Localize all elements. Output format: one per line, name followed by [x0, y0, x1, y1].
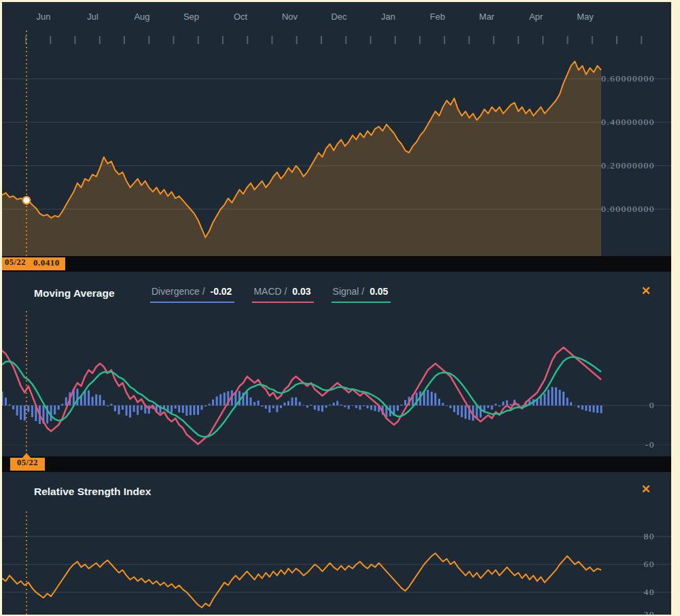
rsi-line	[2, 554, 601, 608]
month-label: Mar	[467, 12, 507, 22]
month-label: Sep	[171, 12, 212, 22]
legend-label: Divergence /	[151, 286, 205, 297]
macd-panel-header: Moving Average Divergence / -0.02 MACD /…	[2, 279, 671, 313]
month-label: Jul	[73, 12, 113, 22]
legend-label: MACD /	[253, 286, 287, 297]
macd-legend: Divergence / -0.02 MACD / 0.03 Signal / …	[150, 285, 391, 303]
rsi-panel-header: Relative Strength Index ✕	[2, 477, 671, 511]
month-axis: JunJulAugSepOctNovDecJanFebMarAprMay	[2, 2, 671, 29]
month-label: Jan	[368, 12, 409, 22]
month-label: Jun	[23, 12, 64, 22]
month-label: Feb	[417, 12, 458, 22]
month-label: Oct	[220, 12, 261, 22]
legend-value: -0.02	[210, 286, 232, 297]
crosshair[interactable]	[23, 31, 31, 615]
month-label: Aug	[122, 12, 162, 22]
macd-line	[2, 348, 601, 445]
legend-value: 0.03	[292, 286, 310, 297]
month-ticks	[26, 36, 641, 44]
crosshair-date-flag: 05/22	[10, 458, 45, 471]
price-series	[2, 61, 601, 256]
macd-close-icon[interactable]: ✕	[641, 285, 651, 298]
price-status-bar: 05/22 0.0410	[2, 256, 671, 272]
month-label: Nov	[270, 12, 310, 22]
legend-signal[interactable]: Signal / 0.05	[332, 285, 391, 303]
legend-divergence[interactable]: Divergence / -0.02	[150, 285, 234, 303]
month-label: May	[565, 12, 606, 22]
rsi-panel-title: Relative Strength Index	[34, 486, 151, 498]
month-label: Dec	[319, 12, 359, 22]
chart-area: JunJulAugSepOctNovDecJanFebMarAprMay 0.6…	[2, 2, 671, 615]
month-label: Apr	[516, 12, 556, 22]
legend-macd[interactable]: MACD / 0.03	[252, 285, 313, 303]
macd-panel-title: Moving Average	[34, 287, 115, 300]
legend-value: 0.05	[370, 286, 388, 297]
crosshair-dot	[23, 196, 31, 204]
crosshair-date-flag: 05/22	[2, 257, 29, 270]
rsi-close-icon[interactable]: ✕	[641, 483, 651, 496]
crosshair-value-flag: 0.0410	[28, 257, 65, 270]
macd-status-bar: 05/22	[2, 456, 671, 472]
legend-label: Signal /	[333, 286, 365, 297]
chart-window: JunJulAugSepOctNovDecJanFebMarAprMay 0.6…	[0, 0, 680, 616]
